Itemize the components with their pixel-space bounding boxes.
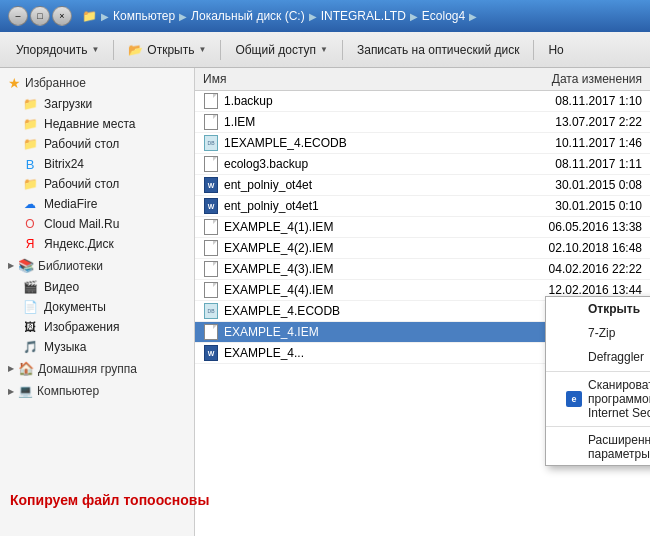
sidebar-item-desktop1[interactable]: 📁 Рабочий стол [0, 134, 194, 154]
sidebar-item-desktop2[interactable]: 📁 Рабочий стол [0, 174, 194, 194]
table-row[interactable]: EXAMPLE_4(2).IEM 02.10.2018 16:48 [195, 238, 650, 259]
star-icon: ★ [8, 75, 21, 91]
file-name: EXAMPLE_4.ECODB [224, 304, 340, 318]
file-name-cell: W ent_polniy_ot4et [195, 176, 468, 194]
table-row[interactable]: ecolog3.backup 08.11.2017 1:11 [195, 154, 650, 175]
doc-icon [204, 219, 218, 235]
toolbar-sep-2 [220, 40, 221, 60]
sidebar-item-bitrix[interactable]: B Bitrix24 [0, 154, 194, 174]
ctx-open[interactable]: Открыть [546, 297, 650, 321]
file-date: 10.11.2017 1:46 [468, 135, 650, 151]
word-icon: W [204, 177, 218, 193]
toolbar-organize-arrow: ▼ [91, 45, 99, 54]
sidebar-item-images[interactable]: 🖼 Изображения [0, 317, 194, 337]
file-name-cell: ecolog3.backup [195, 155, 468, 173]
toolbar-open[interactable]: 📂 Открыть ▼ [120, 39, 214, 61]
file-icon [203, 93, 219, 109]
sidebar-item-yandex[interactable]: Я Яндекс.Диск [0, 234, 194, 254]
table-row[interactable]: W ent_polniy_ot4et1 30.01.2015 0:10 [195, 196, 650, 217]
table-row[interactable]: W ent_polniy_ot4et 30.01.2015 0:08 [195, 175, 650, 196]
folder-icon: 📁 [22, 176, 38, 192]
close-button[interactable]: × [52, 6, 72, 26]
ctx-7zip[interactable]: 7-Zip [546, 321, 650, 345]
minimize-button[interactable]: – [8, 6, 28, 26]
breadcrumb-computer[interactable]: Компьютер [113, 9, 175, 23]
doc-icon [204, 156, 218, 172]
breadcrumb-integral[interactable]: INTEGRAL.LTD [321, 9, 406, 23]
file-name: 1.backup [224, 94, 273, 108]
maximize-button[interactable]: □ [30, 6, 50, 26]
breadcrumb-disk[interactable]: Локальный диск (C:) [191, 9, 305, 23]
sidebar-item-recent[interactable]: 📁 Недавние места [0, 114, 194, 134]
ctx-advanced[interactable]: Расширенные параметры [546, 429, 650, 465]
sidebar-item-label: Изображения [44, 320, 119, 334]
sidebar-item-docs[interactable]: 📄 Документы [0, 297, 194, 317]
col-name-header[interactable]: Имя [195, 70, 468, 88]
sidebar-libraries-header[interactable]: ▶ 📚 Библиотеки [0, 254, 194, 277]
file-name: ent_polniy_ot4et [224, 178, 312, 192]
doc-icon [204, 93, 218, 109]
file-date: 06.05.2016 13:38 [468, 219, 650, 235]
doc-icon [204, 324, 218, 340]
doc-icon [204, 261, 218, 277]
file-list-header: Имя Дата изменения [195, 68, 650, 91]
file-icon: DB [203, 303, 219, 319]
file-name: EXAMPLE_4(4).IEM [224, 283, 333, 297]
file-icon: W [203, 345, 219, 361]
toolbar-organize[interactable]: Упорядочить ▼ [8, 39, 107, 61]
breadcrumb-ecolog4[interactable]: Ecolog4 [422, 9, 465, 23]
computer-label: Компьютер [37, 384, 99, 398]
file-icon [203, 156, 219, 172]
music-icon: 🎵 [22, 339, 38, 355]
file-date: 13.07.2017 2:22 [468, 114, 650, 130]
sidebar-item-video[interactable]: 🎬 Видео [0, 277, 194, 297]
file-icon [203, 240, 219, 256]
toolbar-burn[interactable]: Записать на оптический диск [349, 39, 528, 61]
sidebar-item-mediafire[interactable]: ☁ MediaFire [0, 194, 194, 214]
table-row[interactable]: DB 1EXAMPLE_4.ECODB 10.11.2017 1:46 [195, 133, 650, 154]
sidebar-item-cloudmail[interactable]: O Cloud Mail.Ru [0, 214, 194, 234]
ctx-defraggler[interactable]: Defraggler [546, 345, 650, 369]
file-name: 1EXAMPLE_4.ECODB [224, 136, 347, 150]
toolbar-share-label: Общий доступ [235, 43, 316, 57]
context-menu: Открыть 7-Zip Defraggler e Сканировать п… [545, 296, 650, 466]
toolbar-share[interactable]: Общий доступ ▼ [227, 39, 336, 61]
docs-icon: 📄 [22, 299, 38, 315]
sidebar-item-label: Cloud Mail.Ru [44, 217, 119, 231]
sidebar-homegroup-header[interactable]: ▶ 🏠 Домашняя группа [0, 357, 194, 380]
cloud-mail-icon: O [22, 216, 38, 232]
table-row[interactable]: 1.IEM 13.07.2017 2:22 [195, 112, 650, 133]
open-icon: 📂 [128, 43, 143, 57]
ctx-separator-1 [546, 371, 650, 372]
file-date: 30.01.2015 0:08 [468, 177, 650, 193]
sidebar-item-music[interactable]: 🎵 Музыка [0, 337, 194, 357]
ecodb-icon: DB [204, 135, 218, 151]
file-name-cell: EXAMPLE_4.IEM [195, 323, 468, 341]
7zip-icon [566, 325, 582, 341]
file-date: 04.02.2016 22:22 [468, 261, 650, 277]
file-name-cell: EXAMPLE_4(1).IEM [195, 218, 468, 236]
sidebar-computer-header[interactable]: ▶ 💻 Компьютер [0, 380, 194, 402]
home-icon: 🏠 [18, 361, 34, 376]
ctx-eset[interactable]: e Сканировать программой ESET Internet S… [546, 374, 650, 424]
sidebar-item-downloads[interactable]: 📁 Загрузки [0, 94, 194, 114]
table-row[interactable]: EXAMPLE_4(3).IEM 04.02.2016 22:22 [195, 259, 650, 280]
toolbar-new[interactable]: Но [540, 39, 571, 61]
file-name: EXAMPLE_4(1).IEM [224, 220, 333, 234]
toolbar-share-arrow: ▼ [320, 45, 328, 54]
images-icon: 🖼 [22, 319, 38, 335]
table-row[interactable]: EXAMPLE_4(1).IEM 06.05.2016 13:38 [195, 217, 650, 238]
file-icon [203, 261, 219, 277]
ctx-separator-2 [546, 426, 650, 427]
sidebar-item-label: Документы [44, 300, 106, 314]
folder-icon: 📁 [22, 96, 38, 112]
col-date-header[interactable]: Дата изменения [468, 70, 650, 88]
file-name: EXAMPLE_4... [224, 346, 304, 360]
word-icon: W [204, 345, 218, 361]
sidebar-item-label: Яндекс.Диск [44, 237, 114, 251]
window-controls[interactable]: – □ × [8, 6, 72, 26]
sidebar-item-label: Загрузки [44, 97, 92, 111]
eset-icon: e [566, 391, 582, 407]
sidebar-favorites-header[interactable]: ★ Избранное [0, 72, 194, 94]
table-row[interactable]: 1.backup 08.11.2017 1:10 [195, 91, 650, 112]
